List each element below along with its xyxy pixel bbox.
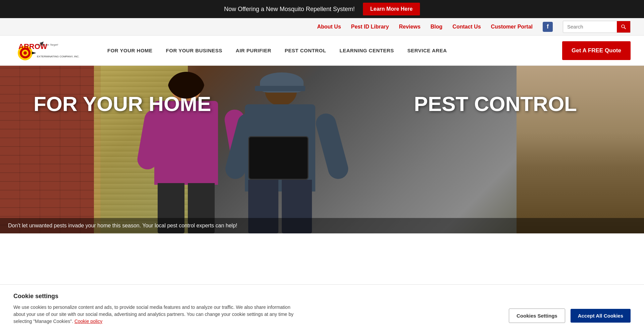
main-nav-service[interactable]: SERVICE AREA (401, 48, 454, 53)
main-nav-air[interactable]: AIR PURIFIER (229, 48, 278, 53)
hero-heading-right: PEST CONTROL (414, 93, 577, 115)
learn-more-button[interactable]: Learn More Here (363, 3, 420, 15)
main-header: ARROW Always on Target! EXTERMINATING CO… (0, 36, 644, 66)
nav-link-about-us[interactable]: About Us (317, 24, 341, 30)
main-nav: FOR YOUR HOME FOR YOUR BUSINESS AIR PURI… (101, 48, 562, 53)
get-quote-button[interactable]: Get A FREE Quote (562, 41, 631, 60)
nav-link-reviews[interactable]: Reviews (399, 24, 420, 30)
nav-link-blog[interactable]: Blog (431, 24, 443, 30)
announcement-text: Now Offering a New Mosquito Repellent Sy… (224, 6, 355, 13)
svg-point-0 (622, 25, 625, 28)
svg-text:Always on Target!: Always on Target! (37, 43, 58, 46)
search-container (563, 21, 631, 33)
nav-link-portal[interactable]: Customer Portal (491, 24, 533, 30)
svg-text:EXTERMINATING COMPANY, INC.: EXTERMINATING COMPANY, INC. (37, 55, 79, 58)
company-logo[interactable]: ARROW Always on Target! EXTERMINATING CO… (13, 39, 80, 62)
main-nav-home[interactable]: FOR YOUR HOME (101, 48, 159, 53)
svg-marker-6 (32, 52, 36, 54)
svg-point-5 (23, 51, 27, 55)
svg-line-1 (624, 27, 626, 29)
hero-subtext: Don't let unwanted pests invade your hom… (0, 218, 644, 233)
search-input[interactable] (563, 21, 617, 33)
nav-link-pest-id[interactable]: Pest ID Library (351, 24, 389, 30)
main-nav-business[interactable]: FOR YOUR BUSINESS (159, 48, 229, 53)
facebook-icon[interactable]: f (543, 22, 553, 32)
hero-section: FOR YOUR HOME PEST CONTROL Don't let unw… (0, 66, 644, 233)
search-icon (621, 24, 626, 30)
announcement-bar: Now Offering a New Mosquito Repellent Sy… (0, 0, 644, 18)
logo-area: ARROW Always on Target! EXTERMINATING CO… (13, 39, 80, 62)
main-nav-pest[interactable]: PEST CONTROL (278, 48, 333, 53)
nav-link-contact[interactable]: Contact Us (452, 24, 481, 30)
top-nav: About Us Pest ID Library Reviews Blog Co… (0, 18, 644, 36)
main-nav-learning[interactable]: LEARNING CENTERS (333, 48, 400, 53)
hero-image (0, 66, 644, 233)
person-man (228, 69, 345, 233)
search-button[interactable] (617, 21, 630, 33)
